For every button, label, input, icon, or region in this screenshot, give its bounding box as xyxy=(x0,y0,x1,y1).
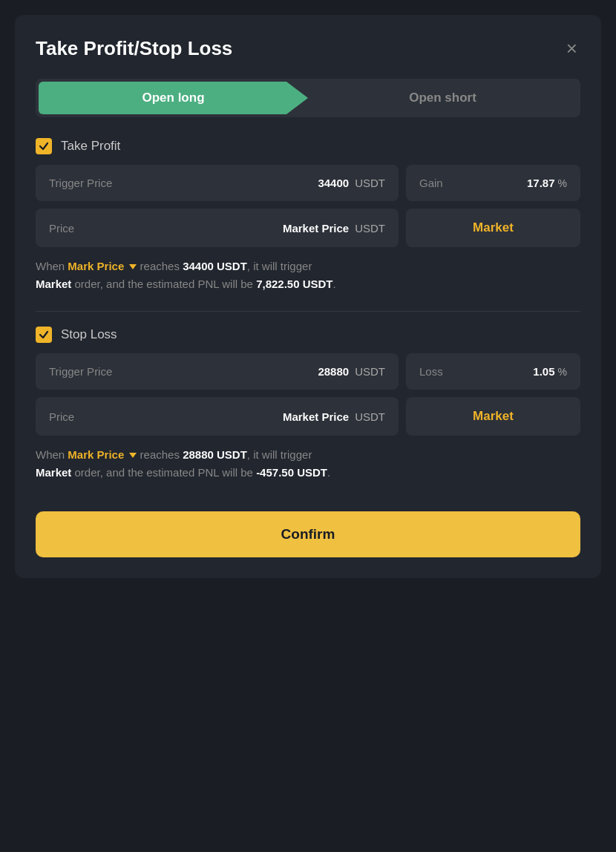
desc-tp-mark-price[interactable]: Mark Price xyxy=(68,260,137,272)
modal-title: Take Profit/Stop Loss xyxy=(36,37,232,60)
take-profit-price-value-group: Market Price USDT xyxy=(283,222,385,235)
take-profit-trigger-number: 34400 xyxy=(318,177,349,189)
stop-loss-market-label: Market xyxy=(473,409,514,424)
mark-price-arrow-icon xyxy=(129,264,137,269)
take-profit-gain-number: 17.87 xyxy=(527,177,555,189)
desc-sl-part4: order, and the estimated PNL will be xyxy=(75,466,253,479)
take-profit-trigger-unit: USDT xyxy=(355,177,385,189)
take-profit-gain-field[interactable]: Gain 17.87 % xyxy=(406,165,580,201)
desc-tp-part1: When xyxy=(36,260,65,272)
stop-loss-loss-field[interactable]: Loss 1.05 % xyxy=(406,353,580,390)
take-profit-price-market: Market Price xyxy=(283,222,349,235)
modal-container: Take Profit/Stop Loss × Open long Open s… xyxy=(15,15,601,578)
stop-loss-label: Stop Loss xyxy=(61,327,117,342)
take-profit-price-unit: USDT xyxy=(355,222,385,235)
stop-loss-trigger-label: Trigger Price xyxy=(49,365,112,378)
stop-loss-trigger-value-group: 28880 USDT xyxy=(318,365,385,378)
tab-open-short[interactable]: Open short xyxy=(308,82,577,114)
take-profit-trigger-value-group: 34400 USDT xyxy=(318,177,385,189)
stop-loss-section: Stop Loss Trigger Price 28880 USDT Loss … xyxy=(36,327,580,482)
desc-sl-part2: reaches xyxy=(140,448,180,461)
stop-loss-price-market: Market Price xyxy=(283,410,349,423)
take-profit-price-field[interactable]: Price Market Price USDT xyxy=(36,209,399,247)
desc-tp-part4: order, and the estimated PNL will be xyxy=(75,278,253,290)
stop-loss-price-unit: USDT xyxy=(355,410,385,423)
stop-loss-checkbox[interactable] xyxy=(36,327,52,343)
stop-loss-loss-label: Loss xyxy=(419,365,443,378)
desc-sl-pnl: -457.50 USDT xyxy=(256,466,327,479)
desc-tp-pnl: 7,822.50 USDT xyxy=(256,278,332,290)
take-profit-trigger-label: Trigger Price xyxy=(49,177,112,189)
desc-sl-market: Market xyxy=(36,466,71,479)
take-profit-gain-value-group: 17.87 % xyxy=(527,177,567,189)
stop-loss-loss-number: 1.05 xyxy=(533,365,554,378)
stop-loss-price-label: Price xyxy=(49,410,74,423)
take-profit-market-label: Market xyxy=(473,220,514,235)
stop-loss-trigger-number: 28880 xyxy=(318,365,349,378)
take-profit-price-label: Price xyxy=(49,222,74,235)
stop-loss-market-button[interactable]: Market xyxy=(406,397,580,436)
take-profit-market-button[interactable]: Market xyxy=(406,209,580,247)
stop-loss-loss-unit: % xyxy=(558,366,567,378)
take-profit-checkbox[interactable] xyxy=(36,138,52,154)
take-profit-description: When Mark Price reaches 34400 USDT, it w… xyxy=(36,258,580,293)
take-profit-trigger-field[interactable]: Trigger Price 34400 USDT xyxy=(36,165,399,201)
stop-loss-header: Stop Loss xyxy=(36,327,580,343)
stop-loss-trigger-field[interactable]: Trigger Price 28880 USDT xyxy=(36,353,399,390)
stop-loss-mark-price-arrow-icon xyxy=(129,453,137,458)
stop-loss-loss-value-group: 1.05 % xyxy=(533,365,567,378)
stop-loss-trigger-unit: USDT xyxy=(355,365,385,378)
desc-tp-part2: reaches xyxy=(140,260,180,272)
take-profit-section: Take Profit Trigger Price 34400 USDT Gai… xyxy=(36,138,580,293)
tab-open-long[interactable]: Open long xyxy=(39,82,308,114)
take-profit-gain-unit: % xyxy=(558,177,567,189)
stop-loss-trigger-row: Trigger Price 28880 USDT Loss 1.05 % xyxy=(36,353,580,390)
take-profit-label: Take Profit xyxy=(61,139,120,154)
stop-loss-price-value-group: Market Price USDT xyxy=(283,410,385,423)
desc-sl-part1: When xyxy=(36,448,65,461)
take-profit-trigger-row: Trigger Price 34400 USDT Gain 17.87 % xyxy=(36,165,580,201)
modal-header: Take Profit/Stop Loss × xyxy=(36,36,580,61)
take-profit-header: Take Profit xyxy=(36,138,580,154)
desc-sl-trigger: 28880 USDT xyxy=(183,448,247,461)
section-divider xyxy=(36,311,580,312)
take-profit-gain-label: Gain xyxy=(419,177,443,189)
close-button[interactable]: × xyxy=(563,36,580,61)
tab-bar: Open long Open short xyxy=(36,79,580,117)
stop-loss-description: When Mark Price reaches 28880 USDT, it w… xyxy=(36,446,580,482)
desc-sl-mark-price[interactable]: Mark Price xyxy=(68,448,137,461)
take-profit-price-row: Price Market Price USDT Market xyxy=(36,209,580,247)
confirm-button[interactable]: Confirm xyxy=(36,511,580,557)
desc-tp-market: Market xyxy=(36,278,71,290)
desc-tp-trigger: 34400 USDT xyxy=(183,260,247,272)
stop-loss-price-field[interactable]: Price Market Price USDT xyxy=(36,397,399,436)
stop-loss-price-row: Price Market Price USDT Market xyxy=(36,397,580,436)
